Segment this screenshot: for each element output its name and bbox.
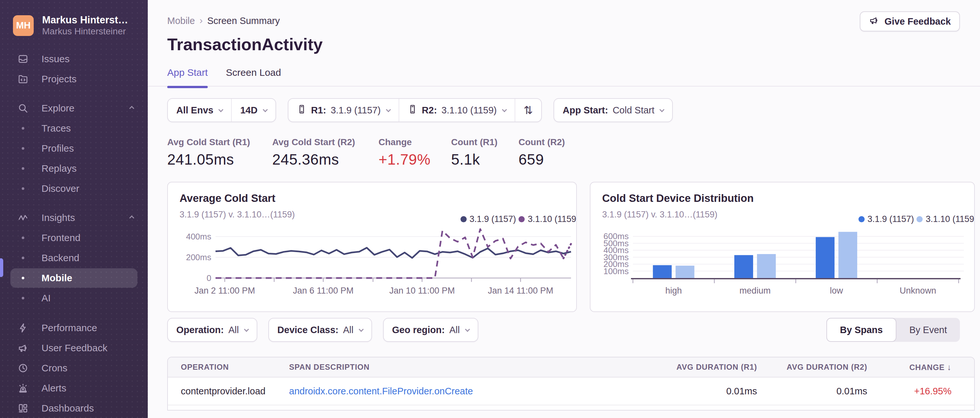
clock-icon — [17, 362, 29, 373]
sidebar-item-crons[interactable]: Crons — [0, 358, 148, 378]
cell-span-description-link[interactable]: androidx.core.content.FileProvider.onCre… — [289, 386, 650, 397]
sidebar-item-issues[interactable]: Issues — [0, 49, 148, 69]
sidebar-item-dashboards[interactable]: Dashboards — [0, 398, 148, 418]
sidebar-item-label: Mobile — [41, 272, 72, 283]
legend-dot-icon — [460, 216, 467, 222]
tab-divider — [148, 86, 980, 86]
tab-screen-load[interactable]: Screen Load — [226, 67, 281, 86]
chevron-down-icon — [502, 107, 507, 112]
date-range-dropdown[interactable]: 14D — [231, 99, 275, 121]
svg-text:100ms: 100ms — [603, 266, 629, 276]
sidebar-item-label: Insights — [41, 212, 75, 223]
svg-text:high: high — [665, 286, 682, 296]
svg-text:Jan 10 11:00 PM: Jan 10 11:00 PM — [389, 286, 455, 296]
sidebar-item-projects[interactable]: Projects — [0, 69, 148, 89]
stat-value: 659 — [519, 151, 565, 168]
view-toggle: By Spans By Event — [826, 318, 960, 342]
col-avg-duration-r1[interactable]: Avg Duration (R1) — [650, 362, 757, 372]
mobile-phone-icon — [297, 104, 307, 116]
svg-text:medium: medium — [740, 286, 771, 296]
stat-value: 241.05ms — [167, 151, 272, 168]
tab-app-start[interactable]: App Start — [167, 67, 208, 86]
chevron-up-icon — [129, 215, 135, 220]
org-subtitle: Markus Hintersteiner — [42, 26, 128, 37]
sidebar-item-label: Dashboards — [41, 403, 94, 414]
chevron-down-icon — [218, 107, 224, 112]
chevron-down-icon — [262, 107, 268, 112]
bullet-icon — [17, 277, 29, 279]
sidebar-item-label: Alerts — [41, 383, 67, 394]
environment-dropdown[interactable]: All Envs — [168, 99, 231, 121]
sidebar-item-label: Explore — [41, 103, 75, 114]
sidebar-item-user-feedback[interactable]: User Feedback — [0, 338, 148, 358]
stat-label: Change — [379, 137, 451, 148]
swap-arrows-icon: ⇅ — [524, 104, 533, 117]
stat-label: Count (R2) — [519, 137, 565, 148]
megaphone-icon — [17, 342, 29, 353]
stat-label: Avg Cold Start (R1) — [167, 137, 272, 148]
toggle-by-spans[interactable]: By Spans — [826, 318, 896, 342]
sidebar-item-insights[interactable]: Insights — [0, 208, 148, 228]
bullet-icon — [17, 167, 29, 170]
sidebar-item-alerts[interactable]: Alerts — [0, 378, 148, 398]
sidebar-item-ai[interactable]: AI — [0, 288, 148, 308]
sidebar-item-label: AI — [41, 292, 51, 304]
breadcrumb-mobile[interactable]: Mobile — [167, 16, 195, 26]
main-content: Mobile › Screen Summary Give Feedback Tr… — [148, 0, 980, 418]
mobile-phone-icon — [408, 104, 417, 116]
sidebar-item-label: User Feedback — [41, 342, 107, 353]
col-change[interactable]: Change ↓ — [867, 362, 951, 372]
geo-region-filter-chip[interactable]: Geo region:All — [383, 318, 478, 342]
table-body: contentprovider.loadandroidx.core.conten… — [168, 378, 974, 405]
page-title: TransactionActivity — [167, 34, 975, 55]
projects-icon — [17, 73, 29, 84]
megaphone-icon — [869, 15, 879, 28]
table-header-row: Operation Span Description Avg Duration … — [168, 358, 974, 378]
sidebar-item-backend[interactable]: Backend — [0, 248, 148, 268]
lightning-icon — [17, 323, 29, 334]
avatar[interactable]: MH — [13, 15, 34, 36]
sidebar-item-replays[interactable]: Replays — [0, 159, 148, 178]
table-row: contentprovider.loadandroidx.core.conten… — [168, 378, 974, 405]
breadcrumb: Mobile › Screen Summary — [167, 16, 975, 26]
chevron-up-icon — [129, 106, 135, 111]
chevron-down-icon — [660, 107, 665, 112]
col-operation[interactable]: Operation — [181, 362, 289, 372]
svg-text:low: low — [830, 286, 843, 296]
sidebar-item-label: Projects — [41, 73, 76, 84]
release1-dropdown[interactable]: R1: 3.1.9 (1157) — [288, 99, 399, 121]
release2-dropdown[interactable]: R2: 3.1.10 (1159) — [399, 99, 515, 121]
siren-icon — [17, 383, 29, 394]
bar-chart: 600ms500ms400ms300ms200ms100mshighmedium… — [602, 223, 974, 307]
sidebar-item-traces[interactable]: Traces — [0, 118, 148, 138]
sidebar-item-frontend[interactable]: Frontend — [0, 228, 148, 248]
toggle-by-event[interactable]: By Event — [896, 318, 960, 342]
app-start-type-dropdown[interactable]: App Start: Cold Start — [554, 99, 672, 121]
give-feedback-button[interactable]: Give Feedback — [860, 11, 960, 32]
sidebar-nav: IssuesProjectsExploreTracesProfilesRepla… — [0, 49, 148, 418]
stat-count-r2-: Count (R2)659 — [519, 137, 565, 168]
device-distribution-chart-card: Cold Start Device Distribution 3.1.9 (11… — [590, 182, 975, 312]
org-switcher[interactable]: MH Markus Hinterst… Markus Hintersteiner — [0, 0, 148, 37]
sidebar-item-discover[interactable]: Discover — [0, 178, 148, 199]
sidebar-item-explore[interactable]: Explore — [0, 98, 148, 118]
bullet-icon — [17, 237, 29, 239]
sidebar-item-performance[interactable]: Performance — [0, 318, 148, 338]
col-span-description[interactable]: Span Description — [289, 362, 650, 372]
sidebar-item-label: Frontend — [41, 232, 80, 243]
line-chart: 400ms200ms0Jan 2 11:00 PMJan 6 11:00 PMJ… — [180, 223, 576, 307]
app-start-type-chip: App Start: Cold Start — [554, 98, 673, 122]
sidebar-item-mobile[interactable]: Mobile — [0, 268, 148, 288]
legend-dot-icon — [519, 216, 525, 222]
sidebar-item-profiles[interactable]: Profiles — [0, 138, 148, 159]
chart-title: Average Cold Start — [180, 192, 576, 205]
swap-releases-button[interactable]: ⇅ — [515, 99, 541, 121]
waveform-icon — [17, 212, 29, 223]
operation-filter-chip[interactable]: Operation:All — [167, 318, 257, 342]
env-period-chip: All Envs 14D — [167, 98, 276, 122]
device-class-filter-chip[interactable]: Device Class:All — [268, 318, 372, 342]
sidebar-item-label: Crons — [41, 362, 67, 373]
filter-bar: All Envs 14D R1: 3.1.9 (1157) — [167, 98, 975, 122]
sidebar-item-label: Replays — [41, 163, 76, 174]
col-avg-duration-r2[interactable]: Avg Duration (R2) — [757, 362, 867, 372]
